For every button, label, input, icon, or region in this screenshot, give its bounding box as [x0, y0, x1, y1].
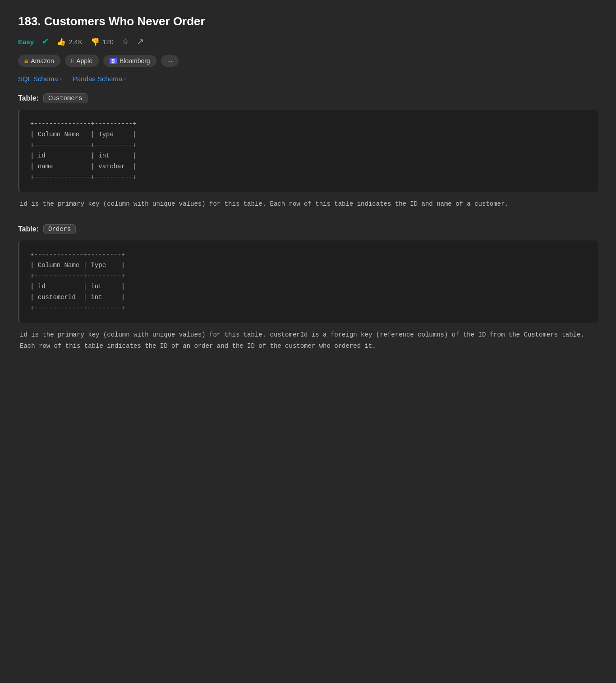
meta-row: Easy ✔ 👍 2.4K 👎 120 ☆ ↗ [18, 37, 598, 46]
orders-table-prefix: Table: [18, 225, 39, 233]
thumbdown-icon: 👎 [91, 37, 100, 46]
more-icon: ··· [167, 57, 173, 65]
pandas-schema-link[interactable]: Pandas Schema › [73, 75, 126, 83]
sql-schema-link[interactable]: SQL Schema › [18, 75, 62, 83]
downvote-item[interactable]: 👎 120 [91, 37, 114, 46]
schema-links: SQL Schema › Pandas Schema › [18, 75, 598, 83]
difficulty-badge: Easy [18, 38, 34, 46]
orders-table-label: Table: Orders [18, 224, 598, 234]
pandas-schema-chevron-icon: › [124, 75, 126, 82]
customers-table-label: Table: Customers [18, 93, 598, 103]
sql-schema-chevron-icon: › [60, 75, 62, 82]
upvote-count: 2.4K [69, 38, 83, 46]
solved-check-icon: ✔ [42, 37, 49, 46]
customers-table-name-badge: Customers [43, 93, 87, 103]
orders-table-name-badge: Orders [43, 224, 76, 234]
customers-table-prefix: Table: [18, 94, 39, 102]
upvote-item[interactable]: 👍 2.4K [57, 37, 83, 46]
orders-schema-block: +-------------+---------+ | Column Name … [18, 240, 598, 323]
customers-schema-block: +---------------+----------+ | Column Na… [18, 110, 598, 192]
orders-table-section: Table: Orders +-------------+---------+ … [18, 224, 598, 352]
downvote-count: 120 [102, 38, 114, 46]
thumbup-icon: 👍 [57, 37, 66, 46]
tag-bloomberg-label: Bloomberg [120, 57, 150, 65]
bloomberg-icon: B [110, 58, 117, 64]
customers-table-section: Table: Customers +---------------+------… [18, 93, 598, 210]
amazon-icon: a [24, 57, 28, 65]
sql-schema-label: SQL Schema [18, 75, 58, 83]
tag-bloomberg[interactable]: B Bloomberg [103, 55, 156, 67]
apple-icon:  [71, 57, 74, 65]
star-icon[interactable]: ☆ [122, 37, 129, 46]
orders-description: id is the primary key (column with uniqu… [18, 329, 598, 352]
share-icon[interactable]: ↗ [137, 37, 144, 46]
customers-description: id is the primary key (column with uniqu… [18, 198, 598, 210]
more-tags-button[interactable]: ··· [161, 55, 179, 67]
tag-apple-label: Apple [76, 57, 92, 65]
problem-title: 183. Customers Who Never Order [18, 14, 598, 28]
pandas-schema-label: Pandas Schema [73, 75, 122, 83]
tag-amazon-label: Amazon [31, 57, 54, 65]
tag-amazon[interactable]: a Amazon [18, 55, 60, 67]
tags-row: a Amazon  Apple B Bloomberg ··· [18, 55, 598, 67]
tag-apple[interactable]:  Apple [65, 55, 99, 67]
